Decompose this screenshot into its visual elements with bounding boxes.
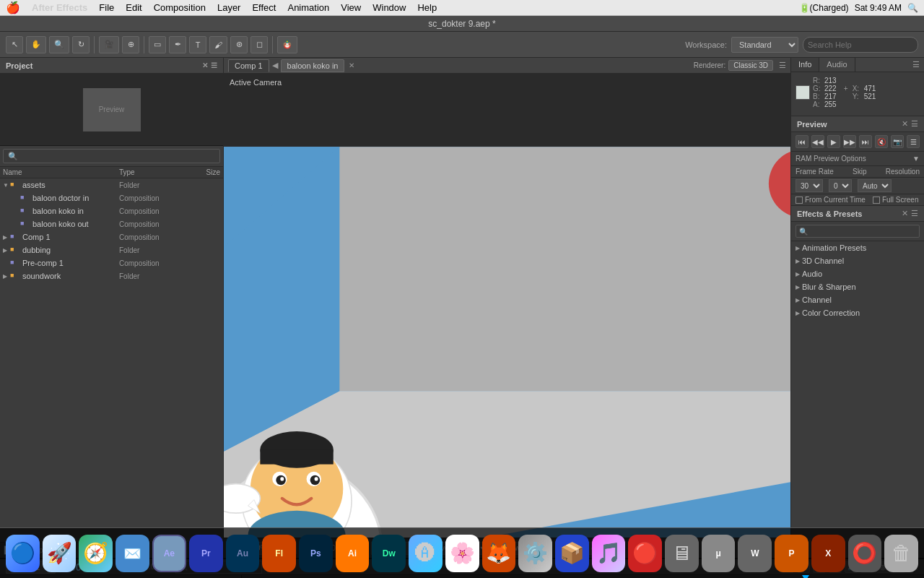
- composition-viewport[interactable]: Active Camera: [224, 74, 790, 538]
- dock-icon-flash[interactable]: Fl: [262, 535, 296, 572]
- list-item[interactable]: ▶ ■ Comp 1 Composition: [0, 230, 223, 243]
- prev-mute-btn[interactable]: 🔇: [875, 135, 888, 148]
- dock-icon-safari[interactable]: 🧭: [79, 535, 113, 572]
- dock-icon-dreamweaver[interactable]: Dw: [372, 535, 406, 572]
- puppet-tool[interactable]: 🪆: [277, 36, 297, 53]
- dock-icon-trash[interactable]: 🗑: [884, 535, 918, 572]
- menu-search-icon[interactable]: 🔍: [907, 3, 918, 13]
- list-item[interactable]: ▼ ■ assets Folder: [0, 178, 223, 191]
- effects-search-input[interactable]: [796, 225, 920, 238]
- shape-pen-tool[interactable]: ✒: [169, 36, 186, 53]
- list-item[interactable]: ■ baloon koko in Composition: [0, 204, 223, 217]
- search-help-input[interactable]: [803, 37, 918, 53]
- menu-file[interactable]: File: [99, 2, 114, 13]
- comp-tab-baloon[interactable]: baloon koko in: [281, 59, 345, 72]
- list-item[interactable]: ▶ ■ soundwork Folder: [0, 269, 223, 282]
- comp-nav-arrow[interactable]: ◀: [272, 61, 278, 70]
- menu-effect[interactable]: Effect: [252, 2, 276, 13]
- dock-icon-photos[interactable]: 🌸: [445, 535, 479, 572]
- full-screen-checkbox[interactable]: [873, 197, 880, 204]
- dock-icon-premiere[interactable]: Pr: [189, 535, 223, 572]
- list-item[interactable]: ■ Pre-comp 1 Composition: [0, 256, 223, 269]
- hand-tool[interactable]: ✋: [26, 36, 46, 53]
- list-item[interactable]: ■ baloon koko out Composition: [0, 217, 223, 230]
- renderer-button[interactable]: Classic 3D: [728, 60, 773, 71]
- prev-back-btn[interactable]: ◀◀: [811, 135, 824, 148]
- dock-icon-extras1[interactable]: μ: [702, 535, 736, 572]
- apple-menu[interactable]: 🍎: [6, 1, 20, 14]
- shape-rect-tool[interactable]: ▭: [149, 36, 166, 53]
- dock-icon-virtualbox[interactable]: 📦: [555, 535, 589, 572]
- dock-icon-itunes[interactable]: 🎵: [592, 535, 626, 572]
- item-type: Folder: [119, 181, 184, 189]
- zoom-tool[interactable]: 🔍: [49, 36, 69, 53]
- effect-item-animation-presets[interactable]: ▶ Animation Presets: [791, 241, 924, 254]
- comp-options-btn[interactable]: ☰: [779, 61, 786, 70]
- project-search-input[interactable]: [3, 149, 220, 163]
- dock-icon-system[interactable]: ⚙️: [518, 535, 552, 572]
- dock-icon-appstore[interactable]: 🅐: [409, 535, 443, 572]
- workspace-selector[interactable]: Standard: [731, 37, 798, 53]
- project-panel-close[interactable]: ✕: [202, 61, 208, 69]
- from-current-checkbox[interactable]: [796, 197, 803, 204]
- menu-edit[interactable]: Edit: [126, 2, 141, 13]
- comp-tab-label2: baloon koko in: [287, 61, 339, 70]
- dock-icon-extras3[interactable]: P: [775, 535, 808, 572]
- list-item[interactable]: ■ baloon doctor in Composition: [0, 191, 223, 204]
- dock-icon-extras4[interactable]: X: [811, 535, 845, 572]
- effect-item-blur-sharpen[interactable]: ▶ Blur & Sharpen: [791, 280, 924, 293]
- menu-help[interactable]: Help: [417, 2, 437, 13]
- frame-rate-select[interactable]: 30: [796, 179, 823, 192]
- dock-icon-extras5[interactable]: ⭕: [848, 535, 882, 572]
- menu-view[interactable]: View: [341, 2, 361, 13]
- menu-layer[interactable]: Layer: [217, 2, 241, 13]
- effects-menu[interactable]: ☰: [911, 209, 918, 218]
- dock-icon-aftereffects[interactable]: Ae: [152, 535, 186, 572]
- menu-window[interactable]: Window: [372, 2, 406, 13]
- dock-icon-illustrator[interactable]: Ai: [336, 535, 370, 572]
- text-tool[interactable]: T: [189, 36, 206, 53]
- item-type: Composition: [119, 233, 184, 241]
- menu-composition[interactable]: Composition: [154, 2, 206, 13]
- skip-select[interactable]: 0: [829, 179, 852, 192]
- prev-forward-btn[interactable]: ▶▶: [843, 135, 856, 148]
- effect-item-color-correction[interactable]: ▶ Color Correction: [791, 306, 924, 319]
- brush-tool[interactable]: 🖌: [209, 36, 227, 53]
- info-panel-menu[interactable]: ☰: [908, 58, 924, 72]
- preview-menu[interactable]: ☰: [911, 119, 918, 129]
- effect-item-channel[interactable]: ▶ Channel: [791, 293, 924, 306]
- pan-tool[interactable]: ⊕: [122, 36, 139, 53]
- dock-icon-monitor[interactable]: 🖥: [665, 535, 699, 572]
- project-panel-menu[interactable]: ☰: [211, 61, 217, 69]
- selection-tool[interactable]: ↖: [6, 36, 23, 53]
- dock-icon-audition[interactable]: Au: [226, 535, 260, 572]
- prev-first-btn[interactable]: ⏮: [796, 135, 808, 148]
- dock-icon-firefox[interactable]: 🦊: [482, 535, 516, 572]
- list-item[interactable]: ▶ ■ dubbing Folder: [0, 243, 223, 256]
- tab-info[interactable]: Info: [791, 58, 819, 72]
- prev-last-btn[interactable]: ⏭: [859, 135, 872, 148]
- rotate-tool[interactable]: ↻: [72, 36, 90, 53]
- tab-audio[interactable]: Audio: [819, 58, 855, 72]
- comp-tab-comp1[interactable]: Comp 1: [228, 59, 269, 72]
- dock-icon-red-app[interactable]: 🔴: [628, 535, 662, 572]
- preview-close[interactable]: ✕: [902, 119, 908, 129]
- prev-snapshot-btn[interactable]: 📷: [891, 135, 904, 148]
- comp-tab-close[interactable]: ✕: [349, 61, 354, 69]
- prev-options-btn[interactable]: ☰: [907, 135, 920, 148]
- dock-icon-launchpad[interactable]: 🚀: [43, 535, 77, 572]
- prev-play-btn[interactable]: ▶: [827, 135, 840, 148]
- effect-item-3d-channel[interactable]: ▶ 3D Channel: [791, 254, 924, 267]
- dock-icon-finder[interactable]: 🔵: [6, 535, 40, 572]
- ram-options-arrow[interactable]: ▼: [912, 155, 920, 163]
- effect-item-audio[interactable]: ▶ Audio: [791, 267, 924, 280]
- resolution-select[interactable]: Auto: [858, 179, 892, 192]
- menu-animation[interactable]: Animation: [287, 2, 329, 13]
- eraser-tool[interactable]: ◻: [250, 36, 268, 53]
- dock-icon-mail[interactable]: ✉️: [116, 535, 149, 572]
- stamp-tool[interactable]: ⊛: [230, 36, 248, 53]
- dock-icon-photoshop[interactable]: Ps: [299, 535, 333, 572]
- camera-tool[interactable]: 🎥: [99, 36, 119, 53]
- effects-close[interactable]: ✕: [902, 209, 908, 218]
- dock-icon-extras2[interactable]: W: [738, 535, 772, 572]
